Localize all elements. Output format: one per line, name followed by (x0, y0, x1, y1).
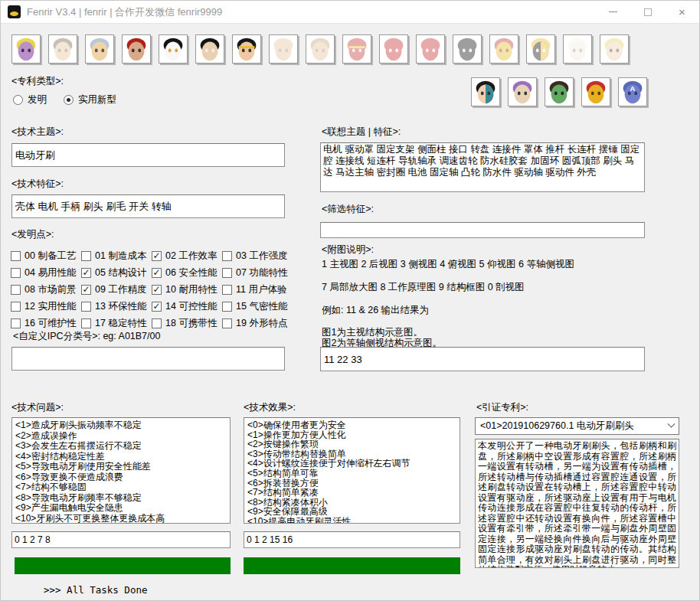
two-face-icon[interactable] (471, 77, 500, 106)
spiderman-icon[interactable] (416, 34, 445, 64)
invention-point-02[interactable]: ✓02 工作效率 (152, 247, 222, 264)
tech-effects-selection-input[interactable] (244, 531, 460, 548)
invention-point-label: 08 市场前景 (25, 283, 76, 296)
invention-point-15[interactable]: 15 气密性能 (222, 298, 293, 315)
invention-point-label: 14 可控性能 (165, 300, 217, 313)
invention-point-10[interactable]: ✓10 耐用特性 (152, 281, 222, 298)
invention-point-08[interactable]: 08 市场前景 (11, 281, 81, 298)
faded-face-icon[interactable] (269, 34, 298, 64)
association-textarea[interactable] (320, 142, 645, 192)
patent-type-radio-group: 发明实用新型 (13, 93, 133, 106)
checkbox-icon (222, 268, 232, 278)
checkbox-icon (81, 318, 91, 328)
invention-point-label: 15 气密性能 (236, 300, 287, 313)
patent-type-radio-0[interactable]: 发明 (13, 93, 47, 106)
invention-point-label: 00 制备工艺 (25, 250, 76, 263)
iron-mask-icon[interactable] (489, 34, 518, 64)
spawn-icon[interactable] (159, 34, 188, 64)
tech-subject-label: <技术主题>: (11, 126, 64, 139)
cited-patent-abstract[interactable]: 本发明公开了一种电动牙刷刷头，包括刷柄和刷盘，所述刷柄中空设置形成有容置腔，所述… (475, 439, 679, 568)
checkbox-icon (11, 318, 21, 328)
tech-problems-selection-input[interactable] (11, 531, 231, 548)
tech-features-input[interactable] (11, 194, 285, 218)
figure-notes-label: <附图说明>: (322, 243, 374, 256)
dark-batman-icon[interactable] (453, 34, 482, 64)
filter-features-label: <筛选特征>: (322, 203, 374, 216)
figure-note-line-2: 7 局部放大图 8 工作原理图 9 结构框图 0 剖视图 (322, 281, 574, 294)
radio-label: 实用新型 (78, 93, 116, 106)
invention-point-05[interactable]: ✓05 结构设计 (81, 264, 152, 281)
cited-patent-dropdown[interactable]: <01>201910629760.1 电动牙刷刷头 (475, 417, 679, 435)
invention-point-label: 04 易用性能 (25, 266, 76, 279)
tech-problems-list[interactable]: <1>造成牙刷头振动频率不稳定 <2>造成误操作 <3>会发生左右摇摆运行不稳定… (11, 417, 231, 524)
patent-type-radio-1[interactable]: 实用新型 (64, 93, 116, 106)
deadpool-icon[interactable] (379, 34, 408, 64)
tech-effects-list[interactable]: <0>确保使用者更为安全 <1>操作更加方便人性化 <2>按键操作繁琐 <3>传… (244, 417, 460, 524)
invention-point-14[interactable]: ✓14 可控性能 (152, 298, 222, 315)
invention-point-11[interactable]: 11 用户体验 (222, 281, 293, 298)
app-window: Fenrir V3.4 | fenrir | 合作开发微信 fenrir9999… (0, 0, 700, 601)
iron-man-icon[interactable] (581, 77, 610, 106)
faded-face2-icon[interactable] (306, 34, 335, 64)
checkbox-icon (222, 302, 232, 312)
hero-icon-row-2: A (471, 77, 655, 106)
figure-notes-lines: 1 主视图 2 后视图 3 侧视图 4 俯视图 5 仰视图 6 等轴侧视图7 局… (322, 258, 574, 348)
flash-icon[interactable] (342, 34, 371, 64)
invention-point-09[interactable]: ✓09 工作精度 (81, 281, 152, 298)
magneto-icon[interactable] (122, 34, 151, 64)
minimize-button[interactable] (596, 1, 630, 23)
invention-point-18[interactable]: 18 可携带性 (152, 315, 222, 332)
freddy-hat-icon[interactable] (48, 34, 77, 64)
checkbox-icon (222, 285, 232, 295)
invention-point-label: 05 结构设计 (95, 266, 146, 279)
hulk-icon[interactable] (545, 77, 574, 106)
thanos-icon[interactable] (11, 34, 41, 64)
checkbox-icon (81, 251, 91, 261)
maximize-button[interactable] (630, 1, 665, 23)
invention-point-00[interactable]: 00 制备工艺 (11, 247, 81, 264)
checkbox-icon (222, 251, 232, 261)
svg-text:A: A (630, 84, 636, 93)
invention-point-07[interactable]: 07 功能特性 (222, 264, 293, 281)
window-title: Fenrir V3.4 | fenrir | 合作开发微信 fenrir9999 (27, 5, 222, 19)
batman-icon[interactable] (195, 34, 224, 64)
radio-label: 发明 (28, 93, 47, 106)
invention-point-06[interactable]: ✓06 安全性能 (152, 264, 222, 281)
progress-bar-problems (15, 557, 231, 574)
filter-features-input[interactable] (320, 222, 645, 238)
checkbox-icon (11, 302, 21, 312)
cited-patent-selected: <01>201910629760.1 电动牙刷刷头 (480, 420, 669, 433)
invention-point-13[interactable]: 13 环保性能 (81, 298, 152, 315)
wonder-woman-icon[interactable] (232, 34, 261, 64)
invention-point-label: 01 制造成本 (95, 250, 146, 263)
figure-selection-input[interactable] (320, 347, 645, 371)
invention-point-03[interactable]: 03 工作强度 (222, 247, 293, 264)
invention-point-17[interactable]: 17 稳定特性 (81, 315, 152, 332)
tech-subject-input[interactable] (11, 143, 285, 167)
thor-icon[interactable] (85, 34, 114, 64)
invention-point-label: 03 工作强度 (236, 250, 287, 263)
close-button[interactable]: × (665, 1, 699, 23)
invention-points-grid: 00 制备工艺01 制造成本✓02 工作效率03 工作强度04 易用性能✓05 … (11, 247, 293, 332)
patent-type-label: <专利类型>: (11, 75, 64, 88)
guy-fawkes-icon[interactable] (563, 34, 592, 64)
checkbox-icon (152, 318, 162, 328)
harley-quinn-icon[interactable] (600, 34, 629, 64)
batman-app-icon (8, 5, 21, 18)
invention-point-16[interactable]: 16 可维护性 (11, 315, 81, 332)
invention-point-label: 06 安全性能 (165, 266, 217, 279)
checkbox-checked-icon: ✓ (152, 268, 162, 278)
wolverine-icon[interactable] (526, 34, 555, 64)
hawkeye-icon[interactable] (508, 77, 537, 106)
invention-point-19[interactable]: 19 外形特点 (222, 315, 293, 332)
tech-features-label: <技术特征>: (11, 178, 64, 191)
captain-america-icon[interactable]: A (618, 77, 647, 106)
invention-point-01[interactable]: 01 制造成本 (81, 247, 152, 264)
invention-point-label: 07 功能特性 (236, 266, 287, 279)
invention-point-label: 11 用户体验 (236, 283, 286, 296)
checkbox-icon (11, 251, 21, 261)
invention-point-04[interactable]: 04 易用性能 (11, 264, 81, 281)
invention-point-12[interactable]: 12 实用性能 (11, 298, 81, 315)
ipc-input[interactable] (11, 347, 285, 371)
invention-point-label: 19 外形特点 (236, 317, 287, 330)
